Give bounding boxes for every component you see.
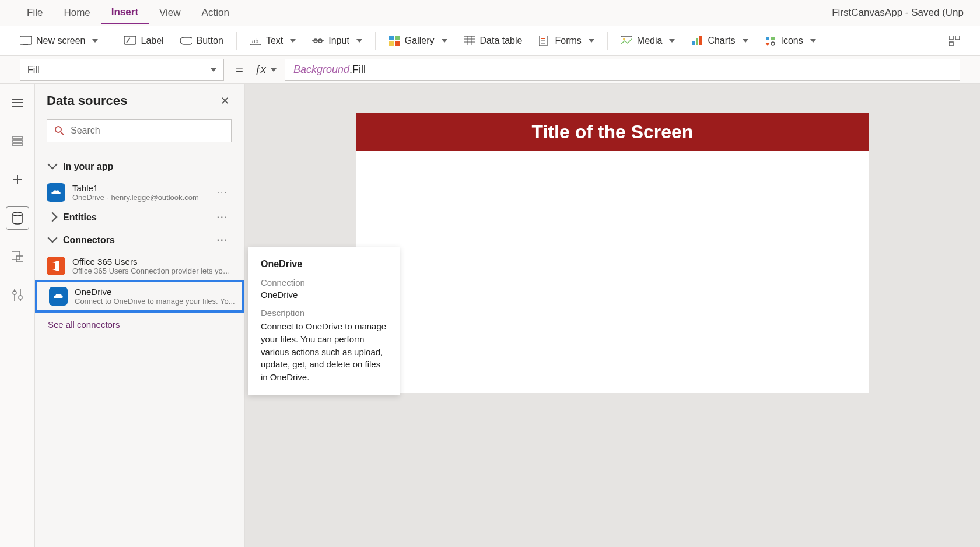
forms-button[interactable]: Forms [530,30,602,51]
svg-rect-44 [12,251,20,260]
data-source-name: Table1 [72,183,210,193]
menu-action[interactable]: Action [191,2,240,23]
tree-view-button[interactable] [6,129,29,153]
svg-rect-25 [692,41,695,45]
section-entities[interactable]: Entities ··· [47,206,240,229]
tooltip-description-label: Description [261,308,387,318]
media-label: Media [637,36,663,46]
charts-button[interactable]: Charts [683,30,756,51]
separator [607,32,608,50]
hamburger-button[interactable] [6,91,29,114]
close-panel-button[interactable]: ✕ [220,94,229,107]
button-button[interactable]: Button [172,30,232,51]
office-icon [47,257,65,275]
chevron-down-icon [49,234,56,246]
media-panel-button[interactable] [6,245,29,268]
icons-icon [765,35,776,47]
data-table-label: Data table [480,36,523,46]
svg-line-3 [127,38,130,43]
svg-rect-0 [20,36,32,44]
menu-insert[interactable]: Insert [101,2,149,24]
data-source-sub: OneDrive - henry.legge@outlook.com [72,193,210,202]
more-button[interactable]: ··· [217,235,237,246]
section-label: In your app [63,162,113,172]
section-label: Entities [63,212,97,223]
gallery-label: Gallery [405,36,435,46]
screen-icon [20,35,32,47]
data-source-table1[interactable]: Table1 OneDrive - henry.legge@outlook.co… [47,178,240,206]
more-button[interactable]: ··· [217,212,237,223]
equals-sign: = [232,62,247,78]
svg-rect-39 [13,140,22,142]
connector-office365-users[interactable]: Office 365 Users Office 365 Users Connec… [47,252,240,280]
see-all-connectors-link[interactable]: See all connectors [47,313,240,336]
svg-rect-32 [949,36,953,40]
menu-bar: File Home Insert View Action FirstCanvas… [0,0,980,26]
icons-button[interactable]: Icons [757,30,824,51]
menu-file[interactable]: File [16,2,53,23]
insert-button[interactable] [6,168,29,191]
menu-view[interactable]: View [149,2,191,23]
input-button[interactable]: Input [304,30,370,51]
svg-rect-38 [13,136,22,139]
chevron-down-icon [743,39,748,43]
formula-input[interactable]: Background.Fill [285,59,960,81]
property-name: Fill [27,65,39,75]
svg-rect-11 [395,36,400,40]
advanced-tools-button[interactable] [6,283,29,307]
text-button[interactable]: ab Text [242,30,304,51]
text-label: Text [266,36,283,46]
button-label: Button [197,36,223,46]
chevron-down-icon [442,39,447,43]
section-connectors[interactable]: Connectors ··· [47,229,240,252]
property-selector[interactable]: Fill [20,59,224,81]
workspace: Data sources ✕ In your app Table1 OneDri… [0,84,980,547]
grid-view-button[interactable] [940,30,968,51]
search-box[interactable] [47,119,232,142]
section-in-your-app[interactable]: In your app [47,155,240,178]
label-label: Label [141,36,163,46]
data-button[interactable] [6,206,29,230]
svg-rect-12 [389,41,394,46]
media-icon [621,35,632,47]
formula-token-1: Background [293,64,349,76]
connector-sub: Connect to OneDrive to manage your files… [75,297,237,306]
more-button[interactable]: ··· [217,187,234,198]
gallery-icon [388,35,400,47]
chevron-down-icon [271,68,276,72]
svg-point-50 [55,127,61,132]
chevron-down-icon [356,39,362,43]
chevron-right-icon [49,212,56,223]
data-table-icon [464,35,475,47]
connector-onedrive[interactable]: OneDrive Connect to OneDrive to manage y… [35,280,244,313]
svg-marker-30 [765,43,770,46]
gallery-button[interactable]: Gallery [380,30,456,51]
data-table-button[interactable]: Data table [456,30,531,51]
input-icon [312,35,324,47]
button-icon [180,35,192,47]
media-button[interactable]: Media [612,30,684,51]
chevron-down-icon [49,161,56,173]
svg-rect-29 [771,37,775,40]
separator [375,32,376,50]
menu-home[interactable]: Home [53,2,100,23]
svg-rect-33 [956,36,960,40]
charts-label: Charts [708,36,735,46]
left-rail [0,84,35,547]
tooltip-connection-value: OneDrive [261,290,387,300]
data-sources-panel: Data sources ✕ In your app Table1 OneDri… [35,84,245,547]
new-screen-button[interactable]: New screen [12,30,106,51]
icons-label: Icons [781,36,803,46]
app-canvas[interactable]: Title of the Screen [356,113,869,393]
svg-rect-26 [696,38,698,45]
search-input[interactable] [71,125,224,136]
label-button[interactable]: Label [116,30,172,51]
svg-point-48 [13,291,16,294]
app-title: FirstCanvasApp - Saved (Unp [832,7,964,19]
screen-title-bar[interactable]: Title of the Screen [356,113,869,151]
formula-token-2: .Fill [349,64,366,76]
svg-point-24 [623,38,625,40]
tooltip-title: OneDrive [261,259,387,269]
panel-title: Data sources [47,93,127,108]
fx-label[interactable]: ƒx [255,64,276,76]
